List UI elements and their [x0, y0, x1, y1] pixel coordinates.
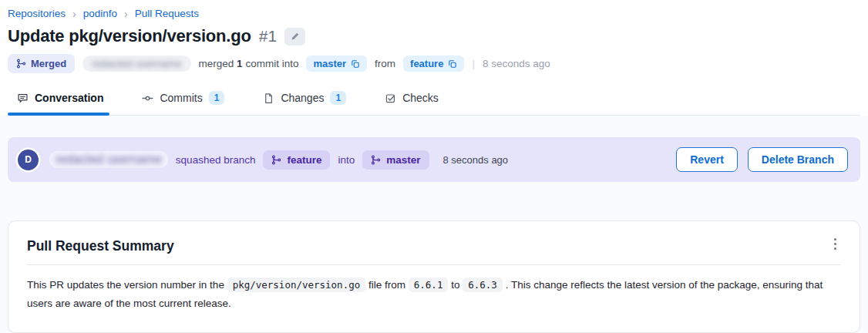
- tab-changes[interactable]: Changes 1: [261, 86, 348, 115]
- source-branch-label: feature: [287, 154, 321, 166]
- tab-commits[interactable]: Commits 1: [140, 86, 226, 115]
- target-branch-chip[interactable]: master: [306, 56, 367, 72]
- merge-timestamp: 8 seconds ago: [443, 154, 509, 166]
- page-title: Update pkg/version/version.go: [8, 26, 251, 46]
- chevron-right-icon: ›: [124, 8, 128, 19]
- delete-branch-button[interactable]: Delete Branch: [748, 147, 848, 172]
- tab-label: Changes: [281, 92, 324, 104]
- breadcrumb: Repositories › podinfo › Pull Requests: [8, 8, 860, 19]
- summary-text: to: [451, 279, 459, 291]
- pencil-icon: [291, 32, 300, 41]
- from-text: from: [375, 58, 395, 69]
- source-branch-chip[interactable]: feature: [263, 150, 330, 170]
- pr-status-row: Merged redacted username merged 1 commit…: [8, 54, 860, 73]
- tab-label: Commits: [160, 92, 202, 104]
- merged-status-badge: Merged: [8, 54, 75, 73]
- target-branch-chip[interactable]: master: [362, 150, 429, 170]
- git-branch-icon: [371, 155, 381, 165]
- revert-button[interactable]: Revert: [676, 147, 738, 172]
- checklist-icon: [385, 92, 396, 104]
- pr-number: #1: [259, 27, 277, 45]
- target-branch-label: master: [313, 58, 346, 69]
- card-header: Pull Request Summary: [27, 234, 841, 264]
- code-file-path: pkg/version/version.go: [227, 278, 366, 292]
- merge-action-text: squashed branch: [176, 154, 256, 166]
- pr-header: Repositories › podinfo › Pull Requests U…: [0, 0, 868, 116]
- into-text: into: [338, 154, 355, 166]
- card-title: Pull Request Summary: [27, 238, 174, 254]
- code-version-old: 6.6.1: [409, 278, 449, 292]
- breadcrumb-repositories[interactable]: Repositories: [8, 8, 66, 19]
- commit-count: 1: [237, 58, 243, 69]
- merger-redacted: redacted username: [49, 151, 168, 168]
- target-branch-label: master: [386, 154, 420, 166]
- tab-label: Checks: [402, 92, 439, 104]
- git-branch-icon: [271, 155, 281, 165]
- copy-icon[interactable]: [351, 59, 360, 69]
- pr-timestamp: 8 seconds ago: [483, 58, 550, 69]
- edit-title-button[interactable]: [284, 28, 305, 45]
- commit-icon: [142, 92, 153, 104]
- breadcrumb-podinfo[interactable]: podinfo: [83, 8, 117, 19]
- pr-tabs: Conversation Commits 1 Changes 1 Checks: [8, 86, 860, 116]
- summary-body: This PR updates the version number in th…: [27, 276, 841, 312]
- pull-request-summary-card: Pull Request Summary This PR updates the…: [8, 220, 860, 333]
- redacted-username: redacted username: [92, 58, 181, 69]
- author-redacted: redacted username: [82, 56, 190, 72]
- changes-count-badge: 1: [330, 91, 346, 105]
- git-merge-icon: [16, 59, 26, 69]
- card-divider: [27, 264, 841, 265]
- comment-icon: [17, 92, 29, 104]
- merged-status-label: Merged: [31, 58, 66, 69]
- tab-conversation[interactable]: Conversation: [15, 86, 105, 115]
- merge-summary-text: merged 1 commit into: [199, 58, 299, 69]
- divider: |: [472, 58, 475, 69]
- summary-text: file from: [368, 279, 405, 291]
- merge-event-banner: D redacted username squashed branch feat…: [8, 137, 860, 182]
- tab-checks[interactable]: Checks: [383, 86, 440, 115]
- kebab-menu-button[interactable]: [829, 235, 841, 253]
- summary-text: This PR updates the version number in th…: [27, 279, 224, 291]
- pr-content: D redacted username squashed branch feat…: [0, 116, 868, 333]
- breadcrumb-pull-requests[interactable]: Pull Requests: [135, 8, 199, 19]
- tab-label: Conversation: [35, 92, 103, 104]
- copy-icon[interactable]: [448, 59, 457, 69]
- code-version-new: 6.6.3: [463, 278, 503, 292]
- avatar[interactable]: D: [18, 150, 39, 170]
- banner-actions: Revert Delete Branch: [676, 147, 848, 172]
- chevron-right-icon: ›: [72, 8, 76, 19]
- title-row: Update pkg/version/version.go #1: [8, 26, 860, 46]
- source-branch-label: feature: [410, 58, 443, 69]
- commits-count-badge: 1: [209, 91, 225, 105]
- source-branch-chip[interactable]: feature: [403, 56, 464, 72]
- redacted-username: redacted username: [56, 153, 162, 166]
- file-icon: [263, 92, 274, 104]
